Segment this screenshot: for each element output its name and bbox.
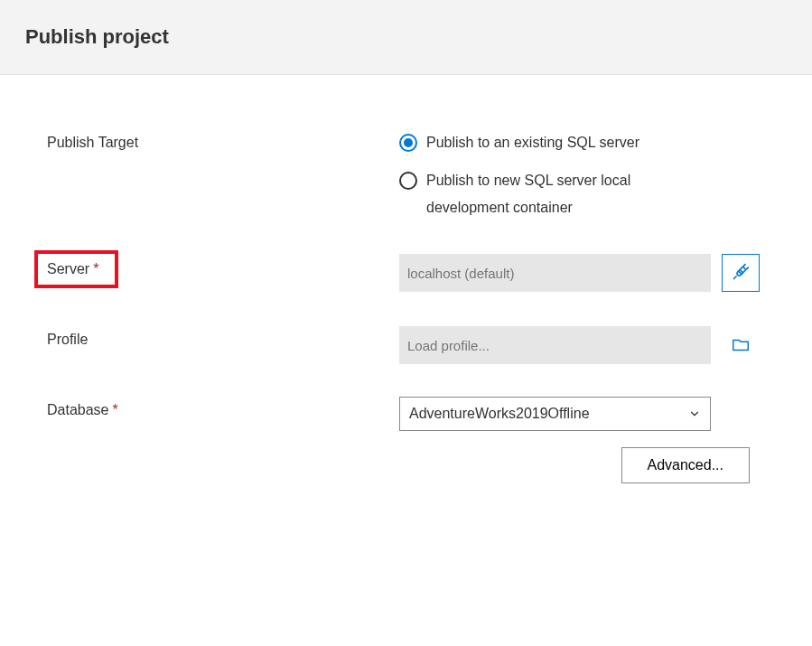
advanced-button[interactable]: Advanced... xyxy=(621,447,751,483)
database-controls: AdventureWorks2019Offline xyxy=(399,397,776,431)
plug-icon xyxy=(732,263,750,284)
server-input[interactable] xyxy=(399,254,711,292)
database-row: Database* AdventureWorks2019Offline xyxy=(47,397,776,431)
publish-target-label: Publish Target xyxy=(47,129,399,151)
profile-input-row xyxy=(399,326,776,364)
dialog-header: Publish project xyxy=(0,0,812,75)
radio-publish-existing[interactable]: Publish to an existing SQL server xyxy=(399,129,776,156)
profile-label: Profile xyxy=(47,326,399,348)
server-label: Server xyxy=(47,261,89,276)
dialog-title: Publish project xyxy=(25,25,787,49)
database-select-value: AdventureWorks2019Offline xyxy=(409,406,590,422)
radio-icon xyxy=(399,172,417,190)
required-marker: * xyxy=(113,402,118,417)
required-marker: * xyxy=(93,261,98,276)
database-select[interactable]: AdventureWorks2019Offline xyxy=(399,397,711,431)
radio-publish-new[interactable]: Publish to new SQL server local developm… xyxy=(399,167,776,221)
database-label-col: Database* xyxy=(47,397,399,418)
publish-target-controls: Publish to an existing SQL server Publis… xyxy=(399,129,776,221)
advanced-row: Advanced... xyxy=(399,447,750,483)
connect-server-button[interactable] xyxy=(722,254,760,292)
form-area: Publish Target Publish to an existing SQ… xyxy=(0,75,812,520)
browse-profile-button[interactable] xyxy=(722,326,760,364)
profile-controls xyxy=(399,326,776,364)
radio-icon xyxy=(399,134,417,152)
server-controls xyxy=(399,254,776,292)
radio-publish-existing-label: Publish to an existing SQL server xyxy=(426,129,639,156)
publish-target-row: Publish Target Publish to an existing SQ… xyxy=(47,129,776,221)
server-input-row xyxy=(399,254,776,292)
profile-input[interactable] xyxy=(399,326,711,364)
server-label-highlight: Server* xyxy=(34,250,118,288)
server-label-col: Server* xyxy=(47,254,399,288)
folder-icon xyxy=(731,334,751,357)
radio-publish-new-label: Publish to new SQL server local developm… xyxy=(426,167,715,221)
chevron-down-icon xyxy=(688,407,701,420)
database-label: Database xyxy=(47,402,109,417)
server-row: Server* xyxy=(47,254,776,292)
profile-row: Profile xyxy=(47,326,776,364)
